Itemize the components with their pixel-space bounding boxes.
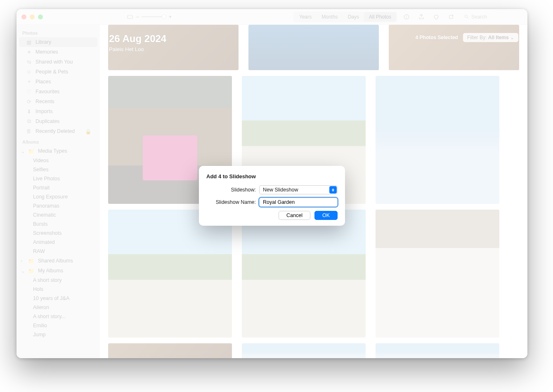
ok-button[interactable]: OK (314, 211, 338, 220)
slideshow-name-label: Slideshow Name: (206, 199, 256, 205)
slideshow-select-label: Slideshow: (206, 187, 256, 193)
slideshow-select[interactable]: New Slideshow (259, 185, 338, 194)
app-window: − + Years Months Days All Photos i Searc… (17, 9, 527, 358)
cancel-button[interactable]: Cancel (279, 211, 310, 220)
select-stepper-icon (329, 186, 337, 194)
slideshow-name-input[interactable] (259, 198, 338, 207)
dialog-title: Add 4 to Slideshow (206, 173, 338, 179)
add-to-slideshow-dialog: Add 4 to Slideshow Slideshow: New Slides… (199, 166, 345, 226)
